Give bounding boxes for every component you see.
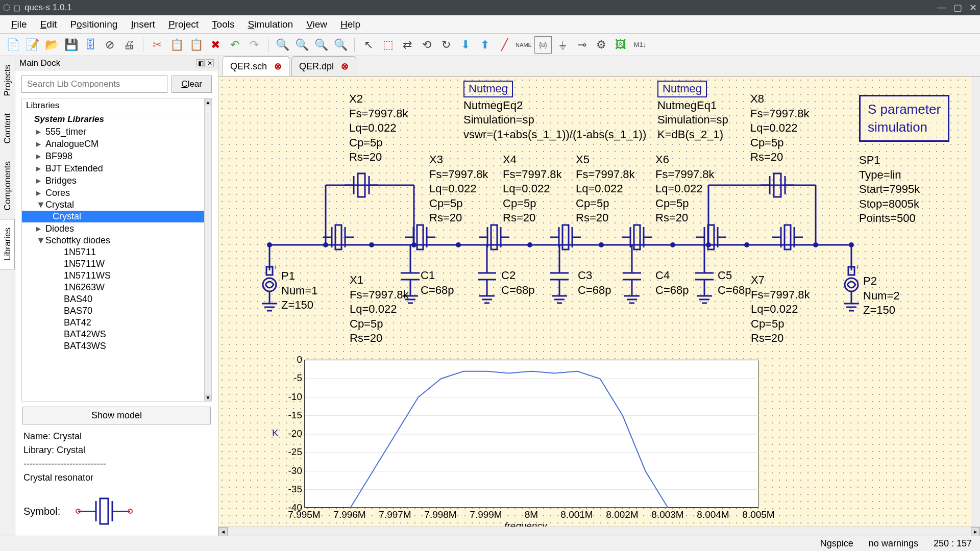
show-model-button[interactable]: Show model <box>22 407 211 424</box>
tree-item[interactable]: Crystal <box>22 211 211 222</box>
print-icon[interactable]: 🖨 <box>120 36 138 54</box>
tree-item[interactable]: ▸Diodes <box>22 222 211 235</box>
sidetab-projects[interactable]: Projects <box>0 56 15 105</box>
eqn-icon[interactable]: {u} <box>534 36 552 54</box>
cap-label: C5 C=68p <box>718 268 751 297</box>
tab-qer-dpl[interactable]: QER.dpl ⊗ <box>291 56 356 76</box>
mirror-icon[interactable]: ⇄ <box>399 36 416 54</box>
paste-icon[interactable]: 📋 <box>187 36 205 54</box>
menu-help[interactable]: Help <box>334 17 366 32</box>
schematic-canvas[interactable]: + + <box>218 77 980 527</box>
save-all-icon[interactable]: 🗄 <box>82 36 99 54</box>
tree-item[interactable]: BAT42 <box>22 317 211 329</box>
sidetab-content[interactable]: Content <box>0 105 15 153</box>
xtick: 7.996M <box>332 509 368 520</box>
image-icon[interactable]: 🖼 <box>612 36 629 54</box>
dock-close-icon[interactable]: ✕ <box>206 59 214 67</box>
clear-button[interactable]: Clear <box>172 76 212 93</box>
sidetab-libraries[interactable]: Libraries <box>0 219 15 269</box>
tree-item[interactable]: ▼Schottky diodes <box>22 235 211 246</box>
dock-panel: Main Dock ◧ ✕ Clear Libraries System Lib… <box>15 56 218 536</box>
window-title: qucs-s 1.0.1 <box>24 3 72 13</box>
canvas-hscrollbar[interactable]: ◂ ▸ <box>218 527 980 536</box>
name-label-icon[interactable]: NAME <box>515 36 532 54</box>
tree-item[interactable]: BAS70 <box>22 305 211 317</box>
m1-icon[interactable]: M1↓ <box>631 36 649 54</box>
save-icon[interactable]: 💾 <box>62 36 80 54</box>
tree-item[interactable]: 1N6263W <box>22 282 211 293</box>
svg-point-112 <box>369 242 374 247</box>
menu-positioning[interactable]: Positioning <box>64 17 124 32</box>
svg-point-114 <box>456 242 461 247</box>
tree-item[interactable]: 1N5711WS <box>22 270 211 282</box>
tree-item[interactable]: 1N5711 <box>22 246 211 258</box>
svg-rect-62 <box>634 225 640 249</box>
tree-item[interactable]: ▸BJT Extended <box>22 162 211 174</box>
ground-icon[interactable]: ⏚ <box>554 36 571 54</box>
move-down-icon[interactable]: ⬇ <box>457 36 474 54</box>
symbol-label: Symbol: <box>23 506 60 517</box>
rotate-icon[interactable]: ⟲ <box>418 36 435 54</box>
minimize-icon[interactable]: — <box>937 2 946 13</box>
menu-project[interactable]: Project <box>162 17 205 32</box>
tree-item[interactable]: ▸AnalogueCM <box>22 138 211 150</box>
response-plot[interactable] <box>304 360 758 508</box>
delete-icon[interactable]: ✖ <box>207 36 224 54</box>
menu-file[interactable]: File <box>5 17 33 32</box>
nutmeg-eq1: Nutmeg NutmegEq1 Simulation=sp K=dB(s_2_… <box>657 81 728 142</box>
menu-view[interactable]: View <box>300 17 333 32</box>
zoom-out-icon[interactable]: 🔍 <box>293 36 310 54</box>
svg-text:+: + <box>855 263 860 271</box>
rotate2-icon[interactable]: ↻ <box>437 36 455 54</box>
nutmeg-eq2: Nutmeg NutmegEq2 Simulation=sp vswr=(1+a… <box>463 81 646 142</box>
tree-scrollbar[interactable]: ▲ ▼ <box>204 98 211 401</box>
marker-icon[interactable]: ⬚ <box>379 36 397 54</box>
open-icon[interactable]: 📂 <box>43 36 60 54</box>
close-icon[interactable]: ⊗ <box>341 61 349 72</box>
tree-item[interactable]: ▼Crystal <box>22 199 211 211</box>
menu-tools[interactable]: Tools <box>206 17 240 32</box>
dock-detach-icon[interactable]: ◧ <box>197 59 205 67</box>
tree-item[interactable]: BAS40 <box>22 293 211 305</box>
tree-item[interactable]: 1N5711W <box>22 258 211 270</box>
wire-icon[interactable]: ╱ <box>496 36 513 54</box>
new-text-icon[interactable]: 📝 <box>23 36 41 54</box>
tree-item[interactable]: BAT42WS <box>22 329 211 340</box>
tree-item[interactable]: ▸Bridges <box>22 174 211 187</box>
svg-rect-72 <box>785 225 791 249</box>
crystal-symbol-icon <box>76 491 137 532</box>
cut-icon[interactable]: ✂ <box>149 36 166 54</box>
tree-item[interactable]: ▸555_timer <box>22 126 211 138</box>
zoom-fit-icon[interactable]: 🔍 <box>312 36 330 54</box>
undo-icon[interactable]: ↶ <box>226 36 243 54</box>
move-up-icon[interactable]: ⬆ <box>476 36 494 54</box>
new-file-icon[interactable]: 📄 <box>4 36 21 54</box>
tree-item[interactable]: ▸BF998 <box>22 150 211 162</box>
xtick: 7.995M <box>286 509 322 520</box>
menu-edit[interactable]: Edit <box>34 17 63 32</box>
statusbar: Ngspice no warnings 250 : 157 <box>0 536 980 551</box>
menu-simulation[interactable]: Simulation <box>241 17 299 32</box>
library-tree[interactable]: Libraries System Libraries ▸555_timer▸An… <box>21 98 212 402</box>
canvas-vscrollbar[interactable] <box>972 77 980 527</box>
close-icon[interactable]: ⊗ <box>274 61 282 72</box>
menu-insert[interactable]: Insert <box>125 17 161 32</box>
copy-icon[interactable]: 📋 <box>168 36 185 54</box>
redo-icon[interactable]: ↷ <box>246 36 263 54</box>
zoom-in-icon[interactable]: 🔍 <box>274 36 291 54</box>
sidetab-components[interactable]: Components <box>0 153 15 219</box>
select-icon[interactable]: ↖ <box>360 36 377 54</box>
window-restore-icon[interactable]: ◻ <box>13 3 20 13</box>
close-window-icon[interactable]: ✕ <box>969 2 977 13</box>
xtick: 7.998M <box>423 509 458 520</box>
tab-qer-sch[interactable]: QER.sch ⊗ <box>223 56 289 76</box>
port-icon[interactable]: ⊸ <box>573 36 591 54</box>
tree-item[interactable]: ▸Cores <box>22 187 211 199</box>
gear-icon[interactable]: ⚙ <box>593 36 610 54</box>
maximize-icon[interactable]: ▢ <box>953 2 962 13</box>
search-input[interactable] <box>21 76 167 93</box>
xtick: 7.997M <box>377 509 413 520</box>
close-file-icon[interactable]: ⊘ <box>101 36 118 54</box>
tree-item[interactable]: BAT43WS <box>22 340 211 352</box>
zoom-100-icon[interactable]: 🔍 <box>332 36 349 54</box>
